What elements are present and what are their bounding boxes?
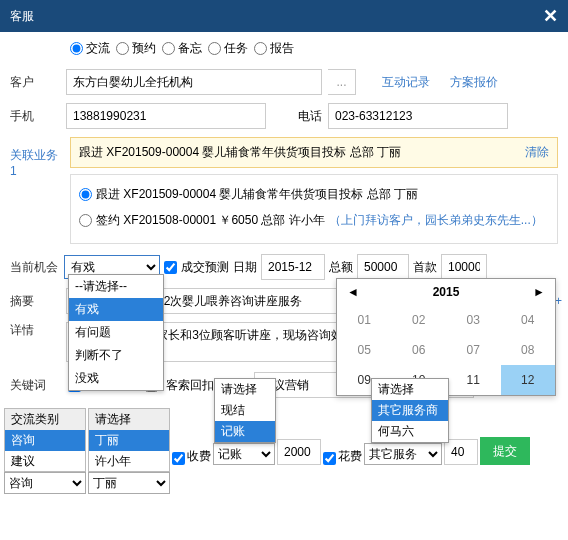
pay-checkbox[interactable]	[172, 452, 185, 465]
date-label: 日期	[233, 259, 257, 276]
category-listbox[interactable]: 交流类别 咨询 建议 投诉 表扬	[4, 408, 86, 472]
customer-lookup-button[interactable]: ...	[328, 69, 356, 95]
cal-m06[interactable]: 06	[392, 335, 447, 365]
quote-link[interactable]: 方案报价	[450, 74, 498, 91]
opp-opt-placeholder[interactable]: --请选择--	[69, 275, 163, 298]
pay-dropdown[interactable]: 请选择 现结 记账	[214, 378, 276, 443]
customer-input[interactable]	[66, 69, 322, 95]
cal-m12[interactable]: 12	[501, 365, 556, 395]
total-label: 总额	[329, 259, 353, 276]
cal-m01[interactable]: 01	[337, 305, 392, 335]
opp-opt-problem[interactable]: 有问题	[69, 321, 163, 344]
related-biz-box: 跟进 XF201509-00004 婴儿辅食常年供货项目投标 总部 丁丽 清除	[70, 137, 558, 168]
mode-tabs: 交流 预约 备忘 任务 报告	[0, 32, 568, 65]
tab-task[interactable]: 任务	[208, 40, 248, 57]
cal-m07[interactable]: 07	[446, 335, 501, 365]
person-opt-2[interactable]: 许小年	[89, 451, 169, 472]
pay-select[interactable]: 记账	[213, 443, 275, 465]
opportunity-dropdown[interactable]: --请选择-- 有戏 有问题 判断不了 没戏	[68, 274, 164, 391]
pay-amount-input[interactable]	[277, 439, 321, 465]
person-opt-1[interactable]: 丁丽	[89, 430, 169, 451]
submit-button[interactable]: 提交	[480, 437, 530, 465]
opportunity-label: 当前机会	[10, 259, 60, 276]
pay-opt-1[interactable]: 现结	[215, 400, 275, 421]
mobile-label: 手机	[10, 108, 60, 125]
tab-appoint[interactable]: 预约	[116, 40, 156, 57]
pay-opt-2[interactable]: 记账	[215, 421, 275, 442]
flower-checkbox[interactable]	[323, 452, 336, 465]
cal-next-icon[interactable]: ►	[533, 285, 545, 299]
customer-label: 客户	[10, 74, 60, 91]
cat-header: 交流类别	[5, 409, 85, 430]
tab-exchange[interactable]: 交流	[70, 40, 110, 57]
person-select[interactable]: 丁丽	[88, 472, 170, 494]
tab-report[interactable]: 报告	[254, 40, 294, 57]
interaction-log-link[interactable]: 互动记录	[382, 74, 430, 91]
related-biz-label[interactable]: 关联业务1	[10, 147, 60, 178]
cal-m04[interactable]: 04	[501, 305, 556, 335]
category-select[interactable]: 咨询	[4, 472, 86, 494]
opp-opt-unsure[interactable]: 判断不了	[69, 344, 163, 367]
cat-opt-consult[interactable]: 咨询	[5, 430, 85, 451]
cal-m03[interactable]: 03	[446, 305, 501, 335]
phone-label: 电话	[298, 108, 322, 125]
forecast-checkbox[interactable]	[164, 261, 177, 274]
clear-link[interactable]: 清除	[525, 144, 549, 161]
firstpay-label: 首款	[413, 259, 437, 276]
summary-label: 摘要	[10, 293, 60, 310]
cal-m05[interactable]: 05	[337, 335, 392, 365]
person-header: 请选择	[89, 409, 169, 430]
flower-dropdown[interactable]: 请选择 其它服务商 何马六	[371, 378, 449, 443]
window-title: 客服	[10, 0, 34, 32]
person-listbox[interactable]: 请选择 丁丽 许小年 邝世杰 廖丽	[88, 408, 170, 472]
cal-m11[interactable]: 11	[446, 365, 501, 395]
biz-radio-2[interactable]: 签约 XF201508-00001 ￥6050 总部 许小年（上门拜访客户，园长…	[79, 209, 549, 231]
date-input[interactable]	[261, 254, 325, 280]
detail-label: 详情	[10, 322, 60, 339]
tab-memo[interactable]: 备忘	[162, 40, 202, 57]
opp-opt-youxi[interactable]: 有戏	[69, 298, 163, 321]
forecast-label: 成交预测	[181, 259, 229, 276]
cal-prev-icon[interactable]: ◄	[347, 285, 359, 299]
total-input[interactable]	[357, 254, 409, 280]
flower-select[interactable]: 其它服务	[364, 443, 442, 465]
cal-m08[interactable]: 08	[501, 335, 556, 365]
cat-opt-suggest[interactable]: 建议	[5, 451, 85, 472]
flower-opt-2[interactable]: 何马六	[372, 421, 448, 442]
pay-opt-0[interactable]: 请选择	[215, 379, 275, 400]
cal-year: 2015	[433, 285, 460, 299]
biz-radio-group: 跟进 XF201509-00004 婴儿辅食常年供货项目投标 总部 丁丽 签约 …	[70, 174, 558, 244]
flower-opt-1[interactable]: 其它服务商	[372, 400, 448, 421]
flower-opt-0[interactable]: 请选择	[372, 379, 448, 400]
phone-input[interactable]	[328, 103, 508, 129]
biz-radio-1[interactable]: 跟进 XF201509-00004 婴儿辅食常年供货项目投标 总部 丁丽	[79, 183, 549, 205]
mobile-input[interactable]	[66, 103, 266, 129]
close-icon[interactable]: ✕	[543, 0, 558, 32]
related-biz-text: 跟进 XF201509-00004 婴儿辅食常年供货项目投标 总部 丁丽	[79, 144, 401, 161]
cal-m02[interactable]: 02	[392, 305, 447, 335]
flower-amount-input[interactable]	[444, 439, 478, 465]
firstpay-input[interactable]	[441, 254, 487, 280]
opp-opt-no[interactable]: 没戏	[69, 367, 163, 390]
keyword-label: 关键词	[10, 377, 60, 394]
